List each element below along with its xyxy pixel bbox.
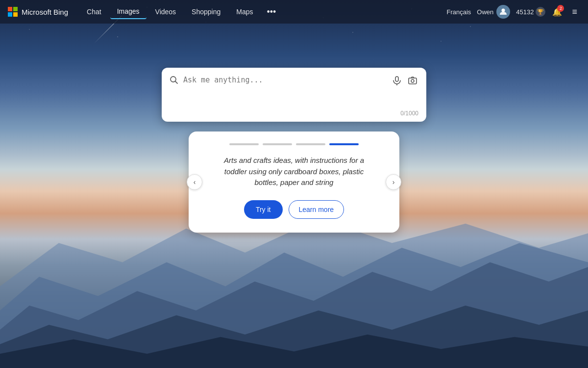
- nav-right: Français Owen 45132 🏆 🔔 2 ≡: [447, 5, 581, 19]
- search-input[interactable]: [183, 75, 386, 104]
- search-box: [162, 68, 426, 108]
- svg-point-11: [411, 79, 414, 82]
- progress-dots: [204, 143, 384, 145]
- camera-button[interactable]: [407, 75, 418, 89]
- svg-rect-8: [395, 77, 398, 81]
- user-name: Owen: [477, 8, 493, 16]
- search-icon: [170, 76, 178, 87]
- prev-suggestion-button[interactable]: ‹: [187, 174, 202, 190]
- try-it-button[interactable]: Try it: [244, 200, 283, 219]
- main-content: 0/1000 ‹ Arts and crafts ideas, with ins…: [0, 24, 588, 368]
- notifications-button[interactable]: 🔔 2: [551, 6, 563, 18]
- user-menu[interactable]: Owen: [477, 5, 510, 19]
- dot-1[interactable]: [229, 143, 259, 145]
- search-footer: 0/1000: [162, 108, 426, 122]
- navbar: Microsoft Bing Chat Images Videos Shoppi…: [0, 0, 588, 24]
- svg-rect-10: [409, 78, 416, 84]
- search-container: 0/1000: [162, 68, 426, 122]
- notif-badge: 2: [557, 5, 564, 12]
- mic-button[interactable]: [391, 75, 403, 89]
- suggestion-text: Arts and crafts ideas, with instructions…: [204, 155, 384, 188]
- nav-more-button[interactable]: •••: [262, 5, 281, 19]
- dot-2[interactable]: [263, 143, 292, 145]
- next-suggestion-button[interactable]: ›: [386, 174, 401, 190]
- learn-more-button[interactable]: Learn more: [289, 200, 344, 219]
- dot-4[interactable]: [329, 143, 359, 145]
- nav-maps[interactable]: Maps: [229, 5, 260, 19]
- points-area[interactable]: 45132 🏆: [516, 7, 545, 17]
- nav-images[interactable]: Images: [110, 4, 147, 19]
- brand-name: Microsoft Bing: [22, 8, 68, 16]
- char-count: 0/1000: [400, 110, 418, 117]
- nav-videos[interactable]: Videos: [148, 5, 183, 19]
- avatar: [496, 5, 510, 19]
- suggestion-card: ‹ Arts and crafts ideas, with instructio…: [189, 131, 399, 233]
- svg-point-5: [502, 9, 505, 12]
- nav-links: Chat Images Videos Shopping Maps •••: [80, 4, 446, 19]
- search-actions: [391, 75, 418, 89]
- microsoft-logo: [8, 7, 18, 17]
- dot-3[interactable]: [296, 143, 325, 145]
- points-value: 45132: [516, 8, 534, 16]
- trophy-icon: 🏆: [536, 7, 545, 17]
- nav-chat[interactable]: Chat: [80, 5, 108, 19]
- logo-area[interactable]: Microsoft Bing: [8, 7, 68, 17]
- language-selector[interactable]: Français: [447, 8, 471, 16]
- svg-line-7: [175, 81, 178, 84]
- card-buttons: Try it Learn more: [204, 200, 384, 219]
- nav-shopping[interactable]: Shopping: [185, 5, 227, 19]
- hamburger-menu[interactable]: ≡: [569, 5, 580, 19]
